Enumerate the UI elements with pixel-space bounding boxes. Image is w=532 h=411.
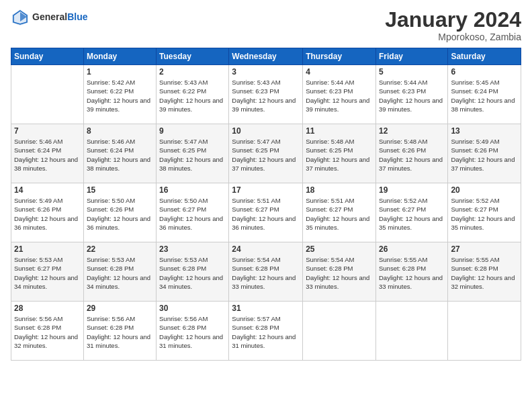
day-number: 16 xyxy=(159,185,226,195)
col-tuesday: Tuesday xyxy=(157,48,229,65)
month-year: January 2024 xyxy=(385,8,521,32)
logo-general: General xyxy=(32,11,67,22)
calendar-cell: 23Sunrise: 5:53 AM Sunset: 6:28 PM Dayli… xyxy=(157,242,229,302)
col-wednesday: Wednesday xyxy=(229,48,303,65)
calendar-cell: 26Sunrise: 5:55 AM Sunset: 6:28 PM Dayli… xyxy=(375,242,447,302)
day-number: 28 xyxy=(14,304,81,313)
day-info: Sunrise: 5:51 AM Sunset: 6:27 PM Dayligh… xyxy=(232,196,300,232)
day-number: 2 xyxy=(159,67,226,77)
day-info: Sunrise: 5:53 AM Sunset: 6:28 PM Dayligh… xyxy=(87,255,153,291)
calendar-cell: 9Sunrise: 5:47 AM Sunset: 6:25 PM Daylig… xyxy=(157,124,229,183)
calendar-cell: 19Sunrise: 5:52 AM Sunset: 6:27 PM Dayli… xyxy=(375,183,447,242)
calendar-cell: 28Sunrise: 5:56 AM Sunset: 6:28 PM Dayli… xyxy=(11,302,84,361)
day-number: 3 xyxy=(232,67,300,77)
day-number: 24 xyxy=(232,244,300,254)
day-number: 20 xyxy=(451,185,518,195)
day-info: Sunrise: 5:55 AM Sunset: 6:28 PM Dayligh… xyxy=(379,255,445,291)
day-info: Sunrise: 5:54 AM Sunset: 6:28 PM Dayligh… xyxy=(232,255,300,291)
calendar-cell: 27Sunrise: 5:55 AM Sunset: 6:28 PM Dayli… xyxy=(448,242,521,302)
day-number: 12 xyxy=(379,126,445,136)
day-info: Sunrise: 5:48 AM Sunset: 6:25 PM Dayligh… xyxy=(306,137,373,173)
day-number: 9 xyxy=(159,126,226,136)
calendar-cell: 30Sunrise: 5:56 AM Sunset: 6:28 PM Dayli… xyxy=(157,302,229,361)
day-info: Sunrise: 5:56 AM Sunset: 6:28 PM Dayligh… xyxy=(14,314,81,350)
calendar-cell: 18Sunrise: 5:51 AM Sunset: 6:27 PM Dayli… xyxy=(303,183,376,242)
day-info: Sunrise: 5:46 AM Sunset: 6:24 PM Dayligh… xyxy=(14,137,81,173)
day-info: Sunrise: 5:54 AM Sunset: 6:28 PM Dayligh… xyxy=(306,255,373,291)
day-info: Sunrise: 5:52 AM Sunset: 6:27 PM Dayligh… xyxy=(451,196,518,232)
logo-icon xyxy=(11,8,30,27)
day-number: 8 xyxy=(87,126,153,136)
calendar-cell: 14Sunrise: 5:49 AM Sunset: 6:26 PM Dayli… xyxy=(11,183,84,242)
day-number: 26 xyxy=(379,244,445,254)
calendar-cell: 4Sunrise: 5:44 AM Sunset: 6:23 PM Daylig… xyxy=(303,65,376,124)
day-number: 23 xyxy=(159,244,226,254)
col-friday: Friday xyxy=(375,48,447,65)
day-info: Sunrise: 5:45 AM Sunset: 6:24 PM Dayligh… xyxy=(451,78,518,113)
day-number: 30 xyxy=(159,304,226,313)
day-number: 31 xyxy=(232,304,300,313)
calendar-cell: 16Sunrise: 5:50 AM Sunset: 6:27 PM Dayli… xyxy=(157,183,229,242)
calendar-cell: 21Sunrise: 5:53 AM Sunset: 6:27 PM Dayli… xyxy=(11,242,84,302)
day-number: 11 xyxy=(306,126,373,136)
day-info: Sunrise: 5:56 AM Sunset: 6:28 PM Dayligh… xyxy=(87,314,153,350)
header: GeneralBlue January 2024 Mporokoso, Zamb… xyxy=(11,8,521,42)
day-info: Sunrise: 5:50 AM Sunset: 6:26 PM Dayligh… xyxy=(87,196,153,232)
week-row-0: 1Sunrise: 5:42 AM Sunset: 6:22 PM Daylig… xyxy=(11,65,521,124)
calendar-cell: 24Sunrise: 5:54 AM Sunset: 6:28 PM Dayli… xyxy=(229,242,303,302)
calendar-cell: 5Sunrise: 5:44 AM Sunset: 6:23 PM Daylig… xyxy=(375,65,447,124)
week-row-4: 28Sunrise: 5:56 AM Sunset: 6:28 PM Dayli… xyxy=(11,302,521,361)
day-number: 15 xyxy=(87,185,153,195)
day-info: Sunrise: 5:43 AM Sunset: 6:22 PM Dayligh… xyxy=(159,78,226,113)
day-info: Sunrise: 5:50 AM Sunset: 6:27 PM Dayligh… xyxy=(159,196,226,232)
calendar-cell: 15Sunrise: 5:50 AM Sunset: 6:26 PM Dayli… xyxy=(83,183,156,242)
day-info: Sunrise: 5:53 AM Sunset: 6:27 PM Dayligh… xyxy=(14,255,81,291)
day-info: Sunrise: 5:44 AM Sunset: 6:23 PM Dayligh… xyxy=(306,78,373,113)
day-number: 13 xyxy=(451,126,518,136)
day-info: Sunrise: 5:46 AM Sunset: 6:24 PM Dayligh… xyxy=(87,137,153,173)
logo-text: GeneralBlue xyxy=(32,12,87,22)
calendar-table: Sunday Monday Tuesday Wednesday Thursday… xyxy=(11,48,521,361)
day-info: Sunrise: 5:42 AM Sunset: 6:22 PM Dayligh… xyxy=(87,78,153,113)
calendar-cell xyxy=(375,302,447,361)
day-number: 19 xyxy=(379,185,445,195)
day-number: 25 xyxy=(306,244,373,254)
day-info: Sunrise: 5:43 AM Sunset: 6:23 PM Dayligh… xyxy=(232,78,300,113)
day-info: Sunrise: 5:56 AM Sunset: 6:28 PM Dayligh… xyxy=(159,314,226,350)
day-info: Sunrise: 5:47 AM Sunset: 6:25 PM Dayligh… xyxy=(232,137,300,173)
col-sunday: Sunday xyxy=(11,48,84,65)
day-info: Sunrise: 5:49 AM Sunset: 6:26 PM Dayligh… xyxy=(14,196,81,232)
day-info: Sunrise: 5:49 AM Sunset: 6:26 PM Dayligh… xyxy=(451,137,518,173)
col-thursday: Thursday xyxy=(303,48,376,65)
calendar-cell: 8Sunrise: 5:46 AM Sunset: 6:24 PM Daylig… xyxy=(83,124,156,183)
day-number: 27 xyxy=(451,244,518,254)
day-number: 7 xyxy=(14,126,81,136)
calendar-cell: 13Sunrise: 5:49 AM Sunset: 6:26 PM Dayli… xyxy=(448,124,521,183)
calendar-cell xyxy=(11,65,84,124)
calendar-cell: 12Sunrise: 5:48 AM Sunset: 6:26 PM Dayli… xyxy=(375,124,447,183)
col-monday: Monday xyxy=(83,48,156,65)
calendar-cell: 6Sunrise: 5:45 AM Sunset: 6:24 PM Daylig… xyxy=(448,65,521,124)
day-info: Sunrise: 5:51 AM Sunset: 6:27 PM Dayligh… xyxy=(306,196,373,232)
week-row-1: 7Sunrise: 5:46 AM Sunset: 6:24 PM Daylig… xyxy=(11,124,521,183)
title-block: January 2024 Mporokoso, Zambia xyxy=(385,8,521,42)
day-info: Sunrise: 5:52 AM Sunset: 6:27 PM Dayligh… xyxy=(379,196,445,232)
day-number: 10 xyxy=(232,126,300,136)
calendar-cell: 31Sunrise: 5:57 AM Sunset: 6:28 PM Dayli… xyxy=(229,302,303,361)
calendar-cell: 7Sunrise: 5:46 AM Sunset: 6:24 PM Daylig… xyxy=(11,124,84,183)
calendar-cell: 22Sunrise: 5:53 AM Sunset: 6:28 PM Dayli… xyxy=(83,242,156,302)
calendar-cell: 20Sunrise: 5:52 AM Sunset: 6:27 PM Dayli… xyxy=(448,183,521,242)
day-number: 4 xyxy=(306,67,373,77)
calendar-cell: 2Sunrise: 5:43 AM Sunset: 6:22 PM Daylig… xyxy=(157,65,229,124)
calendar-cell xyxy=(303,302,376,361)
day-number: 1 xyxy=(87,67,153,77)
day-info: Sunrise: 5:47 AM Sunset: 6:25 PM Dayligh… xyxy=(159,137,226,173)
location: Mporokoso, Zambia xyxy=(385,32,521,42)
day-info: Sunrise: 5:53 AM Sunset: 6:28 PM Dayligh… xyxy=(159,255,226,291)
day-number: 29 xyxy=(87,304,153,313)
day-number: 22 xyxy=(87,244,153,254)
logo-blue: Blue xyxy=(67,11,87,22)
day-info: Sunrise: 5:44 AM Sunset: 6:23 PM Dayligh… xyxy=(379,78,445,113)
day-number: 5 xyxy=(379,67,445,77)
page: GeneralBlue January 2024 Mporokoso, Zamb… xyxy=(0,0,532,411)
